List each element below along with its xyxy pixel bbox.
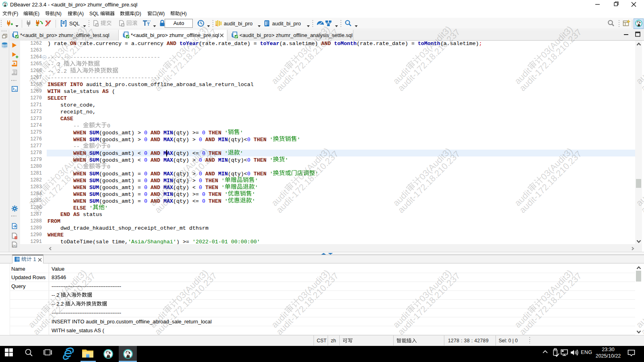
svg-text:(x): (x) bbox=[12, 244, 16, 247]
